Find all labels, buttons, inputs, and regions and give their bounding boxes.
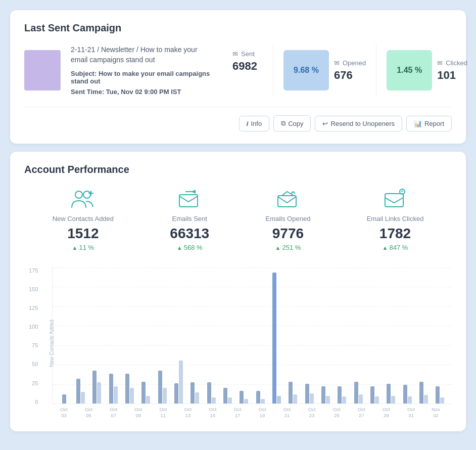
contacts-value: 1512 [67,226,99,242]
x-label: Oct 25 [325,407,349,419]
y-label-100: 100 [29,324,38,330]
svg-rect-4 [179,195,198,207]
bar-segment-secondary [179,361,183,403]
bar-group [122,374,137,403]
opened-percent: 9.68 % [294,66,319,75]
bar-segment-secondary [293,394,297,404]
x-label: Oct 09 [126,407,150,419]
resend-label: Resend to Unopeners [330,120,394,127]
bar-group [89,371,105,403]
x-label: Nov 02 [424,407,448,419]
bar-segment-secondary [212,397,216,403]
opened-value: 676 [334,69,366,82]
report-button[interactable]: 📊 Report [406,116,452,131]
emails-opened-value: 9776 [272,226,304,242]
bar-group [220,388,235,403]
contacts-change: 11 % [72,244,94,251]
sent-label: Sent [241,50,255,58]
copy-icon: ⧉ [281,119,285,127]
x-label: Oct 07 [102,407,125,419]
account-performance-card: Account Performance New Contacts Added 1… [10,152,466,431]
metric-contacts: New Contacts Added 1512 11 % [53,188,114,251]
bar-segment-secondary [195,392,199,403]
y-labels: 175 150 125 100 75 50 25 0 [29,267,38,405]
bar-segment-primary [289,382,293,403]
bar-segment-primary [141,382,146,403]
chart-wrapper: New Contacts Added 175 150 125 100 75 50… [24,267,452,419]
y-label-150: 150 [29,286,38,292]
bar-segment-primary [370,386,374,403]
bar-group [384,384,399,403]
emails-sent-label: Emails Sent [172,215,207,222]
bar-group [187,382,203,403]
bar-segment-primary [92,371,97,403]
y-label-50: 50 [32,361,38,367]
x-label: Oct 11 [151,407,175,419]
bar-segment-primary [240,391,244,403]
bars-container [53,267,452,403]
svg-rect-6 [278,196,296,207]
x-label: Oct 29 [374,407,398,419]
report-icon: 📊 [414,120,422,127]
sent-time-label: Sent Time: [71,88,104,96]
performance-title: Account Performance [24,164,452,175]
bar-segment-secondary [359,394,363,404]
bar-segment-primary [256,391,260,403]
x-label: Oct 05 [77,407,101,419]
last-sent-campaign-card: Last Sent Campaign 2-11-21 / Newsletter … [10,10,466,144]
copy-button[interactable]: ⧉ Copy [273,115,311,131]
stat-sent: ✉ Sent 6982 [222,44,273,97]
campaign-thumbnail [24,50,61,91]
stat-opened: 9.68 % ✉ Opened 676 [273,44,376,97]
bar-segment-secondary [81,392,85,403]
y-label-125: 125 [29,305,38,311]
bar-segment-primary [125,374,129,403]
clicked-percent: 1.45 % [397,66,422,75]
stats-row: ✉ Sent 6982 9.68 % ✉ Opened 676 [222,44,476,97]
envelope-icon: ✉ [232,50,238,58]
emails-sent-icon [176,188,203,210]
bar-segment-secondary [277,396,281,403]
campaign-name: 2-11-21 / Newsletter / How to make your … [71,45,212,65]
bar-segment-primary [272,273,276,403]
bar-group [400,385,415,403]
x-label: Oct 23 [300,407,324,419]
bar-segment-primary [403,385,407,403]
bar-group [433,386,448,403]
contacts-icon [70,188,96,210]
svg-point-0 [75,191,82,198]
y-label-0: 0 [35,399,38,405]
opened-percent-bar: 9.68 % [283,50,329,91]
bar-segment-primary [158,371,162,403]
stat-clicked: 1.45 % ✉ Clicked 101 [376,44,476,97]
links-clicked-change: 847 % [383,244,408,251]
x-labels: Oct 03Oct 05Oct 07Oct 09Oct 11Oct 13Oct … [52,404,452,419]
clicked-value: 101 [437,69,467,82]
y-label-25: 25 [32,380,38,386]
bar-segment-primary [419,382,423,403]
bars-area [52,267,452,404]
actions-row: i Info ⧉ Copy ↩ Resend to Unopeners 📊 Re… [24,107,452,131]
contacts-label: New Contacts Added [53,215,114,222]
bar-segment-secondary [261,399,265,403]
bar-group [269,273,284,403]
sent-time-value: Tue, Nov 02 9:00 PM IST [106,88,181,96]
bar-group [351,382,366,403]
card-title: Last Sent Campaign [24,22,452,34]
svg-point-1 [83,191,90,198]
bar-segment-secondary [326,396,330,403]
bar-segment-secondary [146,396,150,403]
bar-segment-secondary [97,382,101,403]
emails-sent-value: 66313 [170,226,209,242]
x-label: Oct 17 [225,407,249,419]
x-label: Oct 15 [201,407,224,419]
x-label: Oct 21 [275,407,299,419]
resend-button[interactable]: ↩ Resend to Unopeners [315,116,402,131]
bar-segment-primary [223,388,227,403]
info-button[interactable]: i Info [239,116,269,131]
bar-group [57,394,72,404]
emails-opened-icon [275,188,301,210]
chart-container: 175 150 125 100 75 50 25 0 [52,267,452,419]
bar-group [171,361,186,403]
x-label: Oct 03 [52,407,76,419]
